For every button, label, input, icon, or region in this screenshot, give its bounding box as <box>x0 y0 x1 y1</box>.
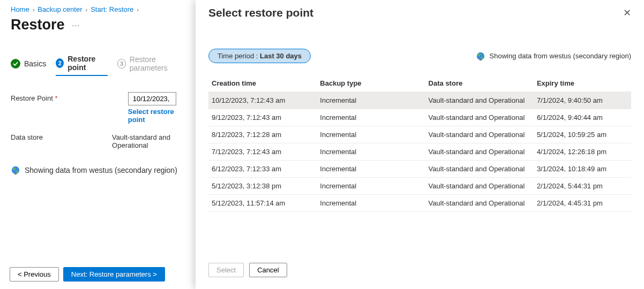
cell-creation: 10/12/2023, 7:12:43 am <box>208 92 317 109</box>
cancel-button[interactable]: Cancel <box>249 263 287 277</box>
cell-store: Vault-standard and Operational <box>425 143 534 161</box>
cell-type: Incremental <box>317 143 425 161</box>
cell-creation: 5/12/2023, 3:12:38 pm <box>208 178 317 195</box>
select-restore-point-link[interactable]: Select restore point <box>128 108 185 124</box>
cell-creation: 7/12/2023, 7:12:43 am <box>208 143 317 161</box>
chevron-right-icon: › <box>85 6 87 13</box>
step-label: Basics <box>24 59 46 68</box>
cell-store: Vault-standard and Operational <box>425 92 534 109</box>
cell-type: Incremental <box>317 195 425 212</box>
cell-store: Vault-standard and Operational <box>425 109 534 126</box>
pill-prefix: Time period : <box>218 52 260 60</box>
check-icon <box>11 59 20 69</box>
step-label: Restore point <box>68 55 108 72</box>
svg-rect-3 <box>480 59 482 60</box>
table-row[interactable]: 5/12/2023, 11:57:14 amIncrementalVault-s… <box>208 195 631 212</box>
breadcrumb: Home › Backup center › Start: Restore › <box>11 5 185 13</box>
cell-creation: 6/12/2023, 7:12:33 am <box>208 161 317 178</box>
pill-value: Last 30 days <box>260 52 302 60</box>
restore-point-input[interactable] <box>128 92 176 105</box>
globe-icon <box>476 51 485 61</box>
label-text: Restore Point <box>11 94 53 102</box>
col-expiry-time[interactable]: Expiry time <box>534 75 631 92</box>
region-note-right: Showing data from westus (secondary regi… <box>476 51 631 61</box>
table-row[interactable]: 6/12/2023, 7:12:33 amIncrementalVault-st… <box>208 161 631 178</box>
col-data-store[interactable]: Data store <box>425 75 534 92</box>
cell-store: Vault-standard and Operational <box>425 161 534 178</box>
cell-expiry: 7/1/2024, 9:40:50 am <box>534 92 631 109</box>
restore-point-row: Restore Point * Select restore point <box>11 92 185 124</box>
cell-creation: 5/12/2023, 11:57:14 am <box>208 195 317 212</box>
data-store-label: Data store <box>11 131 112 141</box>
more-actions-icon[interactable]: ··· <box>72 21 80 29</box>
breadcrumb-start-restore[interactable]: Start: Restore <box>91 5 133 13</box>
cell-expiry: 5/1/2024, 10:59:25 am <box>534 126 631 143</box>
breadcrumb-home[interactable]: Home <box>11 5 29 13</box>
cell-expiry: 3/1/2024, 10:18:49 am <box>534 161 631 178</box>
wizard-steps: Basics 2 Restore point 3 Restore paramet… <box>11 55 185 76</box>
cell-type: Incremental <box>317 92 425 109</box>
step-number-icon: 2 <box>56 58 64 68</box>
cell-type: Incremental <box>317 126 425 143</box>
cell-creation: 8/12/2023, 7:12:28 am <box>208 126 317 143</box>
step-label: Restore parameters <box>130 55 185 72</box>
cell-store: Vault-standard and Operational <box>425 178 534 195</box>
svg-point-2 <box>476 52 484 59</box>
table-row[interactable]: 9/12/2023, 7:12:43 amIncrementalVault-st… <box>208 109 631 126</box>
cell-expiry: 2/1/2024, 5:44:31 pm <box>534 178 631 195</box>
time-period-pill[interactable]: Time period : Last 30 days <box>208 49 311 63</box>
cell-type: Incremental <box>317 161 425 178</box>
page-title: Restore <box>11 17 65 33</box>
table-row[interactable]: 5/12/2023, 3:12:38 pmIncrementalVault-st… <box>208 178 631 195</box>
step-basics[interactable]: Basics <box>11 59 46 72</box>
svg-point-0 <box>12 166 19 174</box>
blade-footer: Select Cancel <box>208 263 287 277</box>
cell-store: Vault-standard and Operational <box>425 195 534 212</box>
restore-points-table: Creation time Backup type Data store Exp… <box>208 75 631 212</box>
cell-type: Incremental <box>317 178 425 195</box>
step-restore-point[interactable]: 2 Restore point <box>56 55 108 76</box>
blade-header: Select restore point ✕ <box>208 6 631 19</box>
table-row[interactable]: 8/12/2023, 7:12:28 amIncrementalVault-st… <box>208 126 631 143</box>
step-number-icon: 3 <box>117 59 125 69</box>
chevron-right-icon: › <box>137 6 139 13</box>
cell-expiry: 4/1/2024, 12:26:18 pm <box>534 143 631 161</box>
region-note-text: Showing data from westus (secondary regi… <box>490 52 631 60</box>
svg-rect-1 <box>14 173 17 174</box>
data-store-row: Data store Vault-standard and Operationa… <box>11 131 185 149</box>
col-creation-time[interactable]: Creation time <box>208 75 317 92</box>
select-restore-point-blade: Select restore point ✕ Time period : Las… <box>196 0 644 289</box>
blade-filter-row: Time period : Last 30 days Showing data … <box>208 49 631 63</box>
region-note-text: Showing data from westus (secondary regi… <box>25 166 177 174</box>
restore-point-value: Select restore point <box>128 92 185 124</box>
breadcrumb-backup-center[interactable]: Backup center <box>38 5 82 13</box>
col-backup-type[interactable]: Backup type <box>317 75 425 92</box>
previous-button[interactable]: < Previous <box>10 267 59 282</box>
cell-expiry: 2/1/2024, 4:45:31 pm <box>534 195 631 212</box>
data-store-value: Vault-standard and Operational <box>112 131 185 149</box>
globe-icon <box>11 165 20 175</box>
required-asterisk: * <box>55 94 57 102</box>
step-restore-parameters[interactable]: 3 Restore parameters <box>117 55 185 75</box>
cell-expiry: 6/1/2024, 9:40:44 am <box>534 109 631 126</box>
table-row[interactable]: 10/12/2023, 7:12:43 amIncrementalVault-s… <box>208 92 631 109</box>
chevron-right-icon: › <box>33 6 35 13</box>
select-button[interactable]: Select <box>208 263 244 277</box>
region-note-left: Showing data from westus (secondary regi… <box>11 165 185 175</box>
page-title-row: Restore ··· <box>11 17 185 33</box>
restore-wizard-pane: Home › Backup center › Start: Restore › … <box>0 0 196 289</box>
wizard-bottom-bar: < Previous Next: Restore parameters > <box>10 267 165 282</box>
cell-store: Vault-standard and Operational <box>425 126 534 143</box>
table-row[interactable]: 7/12/2023, 7:12:43 amIncrementalVault-st… <box>208 143 631 161</box>
table-header-row: Creation time Backup type Data store Exp… <box>208 75 631 92</box>
close-icon[interactable]: ✕ <box>623 7 631 19</box>
blade-title: Select restore point <box>208 6 313 19</box>
restore-point-label: Restore Point * <box>11 92 128 102</box>
cell-type: Incremental <box>317 109 425 126</box>
next-button[interactable]: Next: Restore parameters > <box>63 267 165 282</box>
cell-creation: 9/12/2023, 7:12:43 am <box>208 109 317 126</box>
